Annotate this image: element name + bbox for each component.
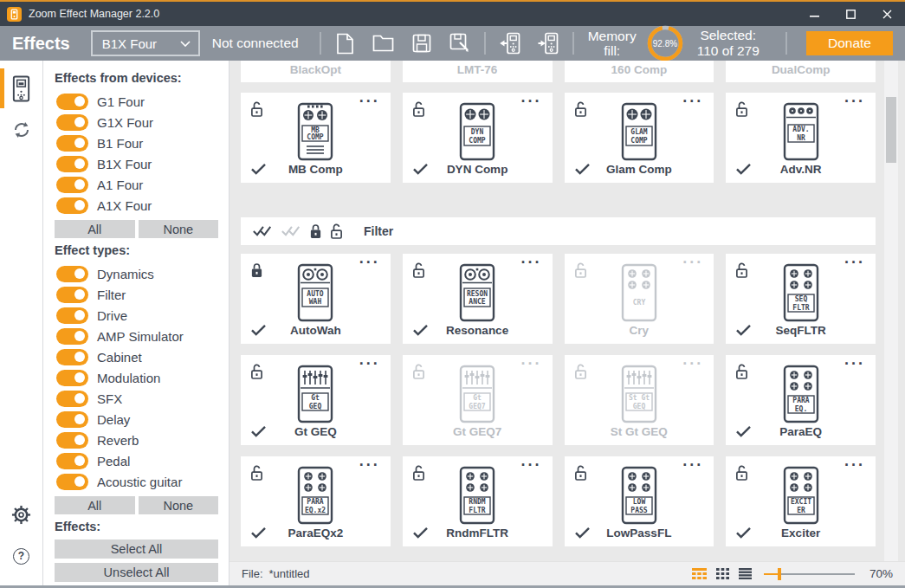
effect-card-resonance[interactable]: ···RESONANCEResonance — [403, 254, 553, 344]
card-menu-button[interactable]: ··· — [521, 93, 542, 111]
unselect-all-button[interactable]: Unselect All — [55, 563, 218, 582]
small-grid-view-button[interactable] — [716, 568, 729, 579]
device-toggle-a1-four[interactable]: A1 Four — [55, 174, 218, 195]
send-to-device-button[interactable] — [532, 30, 565, 56]
device-toggle-b1-four[interactable]: B1 Four — [55, 132, 218, 153]
toggle-switch-on[interactable] — [56, 287, 88, 303]
device-toggle-a1x-four[interactable]: A1X Four — [55, 195, 218, 216]
toggle-switch-on[interactable] — [56, 328, 88, 345]
toggle-switch-on[interactable] — [56, 177, 88, 193]
lock-open-icon[interactable] — [574, 100, 587, 118]
save-file-button[interactable] — [405, 30, 438, 56]
lock-open-icon[interactable] — [574, 464, 587, 481]
effect-card-st-gt-geq[interactable]: ···St GtGEQSt Gt GEQ — [565, 355, 714, 445]
effect-card-autowah[interactable]: ···AUTOWAHAutoWah — [241, 254, 391, 344]
lock-open-icon[interactable] — [412, 464, 425, 481]
nav-effects-tab[interactable] — [0, 68, 42, 109]
devices-all-button[interactable]: All — [55, 220, 135, 238]
effect-card-exciter[interactable]: ···EXCITERExciter — [726, 456, 876, 546]
toggle-switch-on[interactable] — [56, 432, 88, 449]
effect-card-gt-geq[interactable]: ···GtGEQGt GEQ — [241, 355, 391, 445]
card-menu-button[interactable]: ··· — [359, 456, 380, 475]
toggle-switch-on[interactable] — [56, 474, 88, 490]
lock-open-icon[interactable] — [412, 262, 425, 279]
type-toggle-modulation[interactable]: Modulation — [55, 367, 218, 388]
effect-card-glam-comp[interactable]: ···GLAMCOMPGlam Comp — [565, 93, 714, 183]
devices-none-button[interactable]: None — [139, 220, 219, 238]
toggle-switch-on[interactable] — [56, 411, 88, 428]
device-toggle-b1x-four[interactable]: B1X Four — [55, 153, 218, 174]
section-uncheck-all-icon[interactable] — [281, 225, 301, 237]
section-lock-all-icon[interactable] — [309, 223, 322, 240]
effect-card-cry[interactable]: ···CRYCry — [565, 254, 714, 344]
toggle-switch-on[interactable] — [56, 266, 88, 282]
lock-open-icon[interactable] — [250, 464, 263, 481]
effect-card-lowpassfl[interactable]: ···LOWPASSLowPassFL — [565, 456, 714, 546]
type-toggle-delay[interactable]: Delay — [55, 409, 218, 430]
zoom-slider[interactable] — [764, 567, 855, 581]
card-menu-button[interactable]: ··· — [844, 93, 865, 111]
card-menu-button[interactable]: ··· — [521, 254, 542, 272]
effect-card-mb-comp[interactable]: ···MBCOMPMB Comp — [241, 93, 391, 183]
lock-open-icon[interactable] — [574, 262, 587, 279]
open-file-button[interactable] — [367, 30, 400, 56]
types-none-button[interactable]: None — [139, 496, 219, 514]
lock-open-icon[interactable] — [735, 464, 748, 481]
type-toggle-pedal[interactable]: Pedal — [55, 450, 218, 471]
toggle-switch-on[interactable] — [56, 135, 88, 152]
effect-card-dualcomp[interactable]: DualComp — [726, 61, 876, 82]
card-menu-button[interactable]: ··· — [359, 93, 380, 111]
device-toggle-g1-four[interactable]: G1 Four — [55, 91, 218, 112]
lock-open-icon[interactable] — [412, 100, 425, 118]
lock-open-icon[interactable] — [250, 363, 263, 380]
toggle-switch-on[interactable] — [56, 453, 88, 469]
card-menu-button[interactable]: ··· — [359, 254, 380, 272]
list-view-button[interactable] — [739, 568, 752, 579]
toggle-switch-on[interactable] — [56, 94, 88, 110]
nav-help-button[interactable]: ? — [0, 535, 42, 577]
effect-card-adv-nr[interactable]: ···ADV.NRAdv.NR — [726, 93, 876, 183]
vertical-scrollbar[interactable] — [884, 61, 898, 561]
card-menu-button[interactable]: ··· — [844, 355, 865, 373]
effect-card-rndmfltr[interactable]: ···RNDMFLTRRndmFLTR — [403, 456, 553, 546]
card-menu-button[interactable]: ··· — [682, 93, 703, 111]
lock-open-icon[interactable] — [250, 100, 263, 118]
effect-card-paraeqx2[interactable]: ···PARAEQ.x2ParaEQx2 — [241, 456, 391, 546]
type-toggle-acoustic-guitar[interactable]: Acoustic guitar — [55, 471, 218, 492]
load-from-device-button[interactable] — [494, 30, 527, 56]
type-toggle-reverb[interactable]: Reverb — [55, 430, 218, 450]
type-toggle-filter[interactable]: Filter — [55, 284, 218, 305]
maximize-button[interactable] — [832, 2, 869, 26]
toggle-switch-on[interactable] — [56, 307, 88, 324]
minimize-button[interactable] — [796, 2, 832, 26]
zoom-slider-handle[interactable] — [778, 568, 781, 580]
type-toggle-sfx[interactable]: SFX — [55, 388, 218, 409]
card-menu-button[interactable]: ··· — [521, 355, 542, 373]
large-grid-view-button[interactable] — [692, 568, 707, 579]
card-menu-button[interactable]: ··· — [359, 355, 380, 373]
scrollbar-thumb[interactable] — [886, 97, 896, 163]
close-button[interactable] — [869, 2, 905, 26]
device-selector-dropdown[interactable]: B1X Four — [91, 30, 200, 56]
toggle-switch-on[interactable] — [56, 370, 88, 386]
effect-card-lmt-76[interactable]: LMT-76 — [403, 61, 553, 82]
type-toggle-amp-simulator[interactable]: AMP Simulator — [55, 326, 218, 346]
card-menu-button[interactable]: ··· — [844, 456, 865, 475]
section-check-all-icon[interactable] — [252, 225, 273, 237]
save-file-as-button[interactable] — [443, 30, 476, 56]
toggle-switch-on[interactable] — [56, 391, 88, 407]
toggle-switch-on[interactable] — [56, 349, 88, 365]
card-menu-button[interactable]: ··· — [521, 456, 542, 475]
types-all-button[interactable]: All — [55, 496, 135, 514]
toggle-switch-on[interactable] — [56, 197, 88, 214]
card-menu-button[interactable]: ··· — [682, 254, 703, 272]
type-toggle-drive[interactable]: Drive — [55, 305, 218, 326]
effect-card-paraeq[interactable]: ···PARAEQ.ParaEQ — [726, 355, 876, 445]
effect-card-seqfltr[interactable]: ···SEQFLTRSeqFLTR — [726, 254, 876, 344]
card-menu-button[interactable]: ··· — [682, 456, 703, 475]
toggle-switch-on[interactable] — [56, 156, 88, 172]
effect-card-160-comp[interactable]: 160 Comp — [565, 61, 714, 82]
type-toggle-cabinet[interactable]: Cabinet — [55, 346, 218, 367]
toggle-switch-on[interactable] — [56, 114, 88, 131]
lock-open-icon[interactable] — [735, 262, 748, 279]
